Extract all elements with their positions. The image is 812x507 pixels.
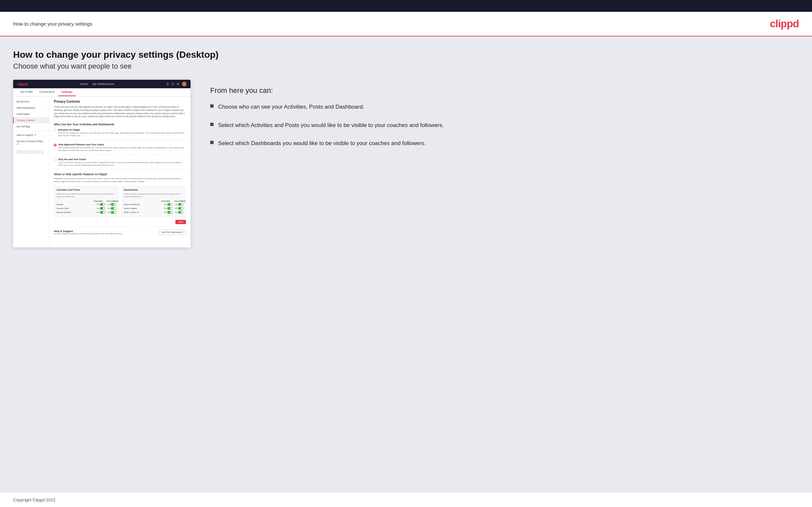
- toggle-drills-followers[interactable]: ON: [108, 207, 116, 210]
- screenshot-mockup: clippd Home My Performance ⚲ ☷ ⚙ My Prof…: [13, 80, 191, 247]
- mini-nav: clippd Home My Performance ⚲ ☷ ⚙: [13, 80, 191, 88]
- toggle-work-on-followers[interactable]: ON: [175, 211, 184, 214]
- mini-nav-performance[interactable]: My Performance: [93, 82, 114, 86]
- bullet-item-2: Select which Activities and Posts you wo…: [210, 121, 799, 130]
- avatar-icon[interactable]: [182, 82, 187, 86]
- settings-icon[interactable]: ⚙: [177, 82, 180, 86]
- toggle-player-dashboard-followers[interactable]: ON: [175, 203, 184, 206]
- visit-community-button[interactable]: Visit Our Community ↗: [159, 230, 186, 235]
- chevron-right-icon: ›: [45, 107, 46, 109]
- radio-option-everyone[interactable]: Everyone on Clippd Everyone on Clippd ca…: [54, 129, 186, 140]
- chevron-right-icon: ›: [45, 119, 46, 121]
- radio-dot-only-you: [54, 159, 56, 161]
- radio-dot-followers-coach: [54, 144, 56, 146]
- help-title: Help & Support: [54, 230, 122, 233]
- toggle-manual-coaches[interactable]: ON: [97, 211, 105, 214]
- toggle-row-what-to-work-on: What To Work On ON ON: [124, 211, 183, 214]
- mini-nav-home[interactable]: Home: [80, 82, 88, 86]
- mini-main-content: Privacy Controls Control how you and you…: [49, 97, 191, 247]
- sidebar-item-help-support[interactable]: Help & Support ↗: [13, 132, 49, 138]
- chevron-right-icon: ›: [45, 125, 46, 128]
- help-desc: Visit our Clippd community to troublesho…: [54, 233, 122, 235]
- mini-logo: clippd: [17, 82, 28, 86]
- toggle-row-rounds: Rounds ON ON: [56, 203, 116, 206]
- toggle-row-player-dashboard: Player Dashboard ON ON: [124, 203, 183, 206]
- bullet-square-3: [210, 141, 213, 144]
- mini-description: Control how you and your data appears to…: [54, 105, 186, 118]
- toggle-drills-coaches[interactable]: ON: [97, 207, 105, 210]
- copyright: Copyright Clippd 2022: [13, 498, 55, 502]
- mini-tabs: My Profile Connections Settings: [13, 88, 191, 97]
- save-row: Save: [54, 220, 186, 224]
- bullet-text-1: Choose who can see your Activities, Post…: [218, 103, 364, 111]
- toggle-rounds-followers[interactable]: ON: [108, 203, 116, 206]
- chevron-right-icon: ›: [45, 113, 46, 115]
- page-subheading: Choose what you want people to see: [13, 62, 799, 70]
- from-here-title: From here you can:: [210, 86, 799, 95]
- save-button[interactable]: Save: [175, 220, 186, 224]
- sidebar-item-privacy-controls[interactable]: Privacy Controls ›: [13, 117, 49, 123]
- bullet-item-3: Select which Dashboards you would like t…: [210, 139, 799, 148]
- bullet-text-2: Select which Activities and Posts you wo…: [218, 121, 444, 130]
- toggle-rounds-coaches[interactable]: ON: [97, 203, 105, 206]
- mini-toggle-grid: Activities and Posts Select the types of…: [54, 186, 186, 217]
- sidebar-item-my-golf-bag[interactable]: My Golf Bag ›: [13, 123, 49, 130]
- toggle-row-practice-drills: Practice Drills ON ON: [56, 207, 116, 210]
- bullet-list: Choose who can see your Activities, Post…: [210, 103, 799, 148]
- content-row: clippd Home My Performance ⚲ ☷ ⚙ My Prof…: [13, 80, 799, 247]
- mini-help-section: Help & Support Visit our Clippd communit…: [54, 227, 186, 235]
- bullet-square-2: [210, 123, 213, 126]
- tab-my-profile[interactable]: My Profile: [17, 88, 36, 96]
- toggle-round-insights-coaches[interactable]: ON: [164, 207, 172, 210]
- toggle-row-manual: Manual Activities ON ON: [56, 211, 116, 214]
- mini-sidebar: My Account › Data Integrations › Subscri…: [13, 97, 49, 247]
- top-bar: [0, 0, 812, 12]
- toggle-row-round-insights: Round Insights ON ON: [124, 207, 183, 210]
- radio-option-followers-coach[interactable]: Only Approved Followers and Your Coach O…: [54, 144, 186, 155]
- mini-layout: My Account › Data Integrations › Subscri…: [13, 97, 191, 247]
- mini-section-title: Privacy Controls: [54, 100, 186, 103]
- toggle-round-insights-followers[interactable]: ON: [175, 207, 184, 210]
- activities-col: Activities and Posts Select the types of…: [54, 186, 118, 217]
- toggle-work-on-coaches[interactable]: ON: [164, 211, 172, 214]
- header-title: How to change your privacy settings: [13, 21, 92, 26]
- mini-who-title: Who Can See Your Activities and Dashboar…: [54, 121, 186, 126]
- mini-nav-links: Home My Performance: [80, 82, 114, 86]
- footer: Copyright Clippd 2022: [0, 493, 812, 507]
- bullet-square-1: [210, 104, 213, 108]
- mini-show-hide-title: Show or hide specific features in Clippd: [54, 173, 186, 176]
- sidebar-item-service-privacy[interactable]: Service & Privacy Policy ↗: [13, 138, 49, 147]
- sidebar-version: Clippd Client Version: 2022.8.2SQL Serve…: [13, 147, 49, 157]
- dashboards-col: Dashboards Select the types of activity …: [121, 186, 186, 217]
- sidebar-divider: [13, 130, 49, 131]
- logo: clippd: [770, 18, 799, 30]
- radio-dot-everyone: [54, 129, 56, 131]
- bullet-item-1: Choose who can see your Activities, Post…: [210, 103, 799, 111]
- mini-nav-icons: ⚲ ☷ ⚙: [166, 82, 187, 86]
- grid-icon[interactable]: ☷: [171, 82, 174, 86]
- sidebar-item-my-account[interactable]: My Account ›: [13, 99, 49, 105]
- main-content: How to change your privacy settings (Des…: [0, 37, 812, 493]
- sidebar-item-data-integrations[interactable]: Data Integrations ›: [13, 105, 49, 111]
- sidebar-item-subscription[interactable]: Subscription ›: [13, 111, 49, 117]
- toggle-manual-followers[interactable]: ON: [108, 211, 116, 214]
- right-panel: From here you can: Choose who can see yo…: [204, 80, 799, 148]
- tab-connections[interactable]: Connections: [36, 88, 58, 96]
- toggle-player-dashboard-coaches[interactable]: ON: [164, 203, 172, 206]
- mini-show-hide-desc: Regardless of the privacy controls that …: [54, 177, 186, 183]
- page-heading: How to change your privacy settings (Des…: [13, 50, 799, 60]
- header: How to change your privacy settings clip…: [0, 12, 812, 37]
- chevron-right-icon: ›: [45, 100, 46, 103]
- bullet-text-3: Select which Dashboards you would like t…: [218, 139, 426, 148]
- radio-option-only-you[interactable]: Only You and Your Coach Only you and the…: [54, 158, 186, 170]
- tab-settings[interactable]: Settings: [58, 88, 76, 96]
- search-icon[interactable]: ⚲: [166, 82, 169, 86]
